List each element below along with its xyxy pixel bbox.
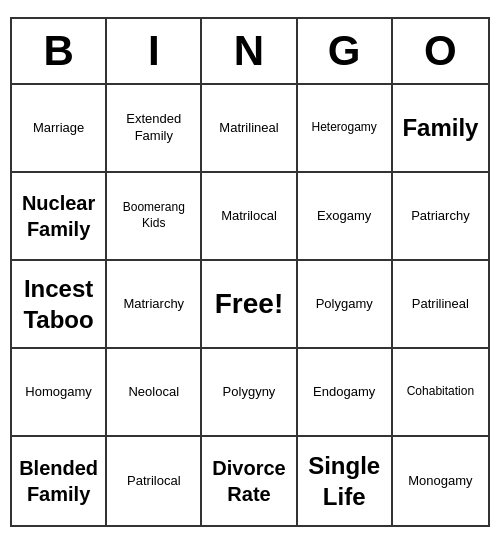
- bingo-grid: MarriageExtended FamilyMatrilinealHetero…: [12, 85, 488, 525]
- bingo-cell-23: Single Life: [298, 437, 393, 525]
- bingo-cell-14: Patrilineal: [393, 261, 488, 349]
- bingo-header: BINGO: [12, 19, 488, 85]
- cell-text-19: Cohabitation: [407, 384, 474, 400]
- bingo-cell-6: Boomerang Kids: [107, 173, 202, 261]
- bingo-cell-4: Family: [393, 85, 488, 173]
- bingo-cell-3: Heterogamy: [298, 85, 393, 173]
- cell-text-7: Matrilocal: [221, 208, 277, 225]
- cell-text-18: Endogamy: [313, 384, 375, 401]
- cell-text-12: Free!: [215, 286, 283, 322]
- cell-text-22: Divorce Rate: [206, 455, 291, 507]
- bingo-cell-18: Endogamy: [298, 349, 393, 437]
- bingo-card: BINGO MarriageExtended FamilyMatrilineal…: [10, 17, 490, 527]
- bingo-cell-8: Exogamy: [298, 173, 393, 261]
- cell-text-17: Polygyny: [223, 384, 276, 401]
- cell-text-1: Extended Family: [111, 111, 196, 145]
- cell-text-9: Patriarchy: [411, 208, 470, 225]
- bingo-cell-2: Matrilineal: [202, 85, 297, 173]
- cell-text-15: Homogamy: [25, 384, 91, 401]
- bingo-letter-b: B: [12, 19, 107, 83]
- bingo-cell-16: Neolocal: [107, 349, 202, 437]
- bingo-cell-12: Free!: [202, 261, 297, 349]
- cell-text-24: Monogamy: [408, 473, 472, 490]
- bingo-cell-22: Divorce Rate: [202, 437, 297, 525]
- bingo-cell-19: Cohabitation: [393, 349, 488, 437]
- cell-text-21: Patrilocal: [127, 473, 180, 490]
- bingo-cell-0: Marriage: [12, 85, 107, 173]
- cell-text-20: Blended Family: [16, 455, 101, 507]
- bingo-cell-21: Patrilocal: [107, 437, 202, 525]
- bingo-letter-i: I: [107, 19, 202, 83]
- bingo-letter-n: N: [202, 19, 297, 83]
- cell-text-4: Family: [402, 112, 478, 143]
- bingo-cell-15: Homogamy: [12, 349, 107, 437]
- bingo-letter-g: G: [298, 19, 393, 83]
- bingo-cell-11: Matriarchy: [107, 261, 202, 349]
- bingo-cell-24: Monogamy: [393, 437, 488, 525]
- cell-text-0: Marriage: [33, 120, 84, 137]
- bingo-cell-10: Incest Taboo: [12, 261, 107, 349]
- cell-text-13: Polygamy: [316, 296, 373, 313]
- cell-text-16: Neolocal: [128, 384, 179, 401]
- cell-text-3: Heterogamy: [312, 120, 377, 136]
- bingo-cell-9: Patriarchy: [393, 173, 488, 261]
- cell-text-2: Matrilineal: [219, 120, 278, 137]
- bingo-cell-1: Extended Family: [107, 85, 202, 173]
- cell-text-10: Incest Taboo: [16, 273, 101, 335]
- bingo-cell-5: Nuclear Family: [12, 173, 107, 261]
- cell-text-5: Nuclear Family: [16, 190, 101, 242]
- cell-text-6: Boomerang Kids: [111, 200, 196, 231]
- cell-text-8: Exogamy: [317, 208, 371, 225]
- cell-text-11: Matriarchy: [123, 296, 184, 313]
- bingo-cell-20: Blended Family: [12, 437, 107, 525]
- cell-text-14: Patrilineal: [412, 296, 469, 313]
- bingo-cell-7: Matrilocal: [202, 173, 297, 261]
- bingo-cell-13: Polygamy: [298, 261, 393, 349]
- bingo-cell-17: Polygyny: [202, 349, 297, 437]
- cell-text-23: Single Life: [302, 450, 387, 512]
- bingo-letter-o: O: [393, 19, 488, 83]
